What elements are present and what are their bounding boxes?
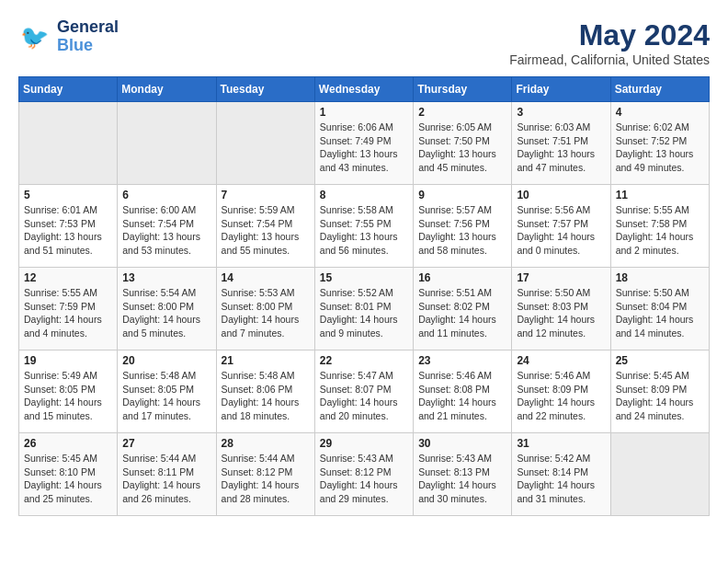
day-info: Sunrise: 5:44 AM Sunset: 8:12 PM Dayligh… xyxy=(222,452,310,506)
calendar-cell: 17Sunrise: 5:50 AM Sunset: 8:03 PM Dayli… xyxy=(512,268,610,350)
day-info: Sunrise: 5:59 AM Sunset: 7:54 PM Dayligh… xyxy=(222,203,310,258)
day-number: 19 xyxy=(24,354,112,367)
day-number: 12 xyxy=(24,271,112,284)
calendar-cell: 26Sunrise: 5:45 AM Sunset: 8:10 PM Dayli… xyxy=(19,433,118,516)
calendar-cell: 31Sunrise: 5:42 AM Sunset: 8:14 PM Dayli… xyxy=(512,433,610,516)
calendar-cell: 7Sunrise: 5:59 AM Sunset: 7:54 PM Daylig… xyxy=(216,185,314,268)
svg-text:🐦: 🐦 xyxy=(20,23,50,52)
day-number: 6 xyxy=(122,189,210,201)
day-info: Sunrise: 5:50 AM Sunset: 8:04 PM Dayligh… xyxy=(616,286,704,340)
day-number: 26 xyxy=(24,437,112,450)
day-number: 3 xyxy=(517,106,605,119)
day-info: Sunrise: 5:53 AM Sunset: 8:00 PM Dayligh… xyxy=(222,286,310,340)
day-number: 11 xyxy=(616,189,704,201)
header-tuesday: Tuesday xyxy=(216,77,314,102)
calendar-cell: 14Sunrise: 5:53 AM Sunset: 8:00 PM Dayli… xyxy=(216,268,314,350)
calendar-cell: 18Sunrise: 5:50 AM Sunset: 8:04 PM Dayli… xyxy=(610,268,709,350)
day-info: Sunrise: 5:58 AM Sunset: 7:55 PM Dayligh… xyxy=(320,203,408,258)
day-info: Sunrise: 6:02 AM Sunset: 7:52 PM Dayligh… xyxy=(616,121,704,175)
week-row-3: 12Sunrise: 5:55 AM Sunset: 7:59 PM Dayli… xyxy=(19,268,710,350)
calendar-cell: 29Sunrise: 5:43 AM Sunset: 8:12 PM Dayli… xyxy=(314,433,413,516)
day-info: Sunrise: 6:05 AM Sunset: 7:50 PM Dayligh… xyxy=(418,121,506,175)
calendar-cell: 10Sunrise: 5:56 AM Sunset: 7:57 PM Dayli… xyxy=(512,185,610,268)
calendar-cell: 1Sunrise: 6:06 AM Sunset: 7:49 PM Daylig… xyxy=(314,102,413,185)
day-info: Sunrise: 5:57 AM Sunset: 7:56 PM Dayligh… xyxy=(418,203,506,258)
logo-icon: 🐦 xyxy=(18,20,51,53)
day-info: Sunrise: 5:46 AM Sunset: 8:08 PM Dayligh… xyxy=(418,369,506,423)
header-thursday: Thursday xyxy=(414,77,512,102)
week-row-2: 5Sunrise: 6:01 AM Sunset: 7:53 PM Daylig… xyxy=(19,185,710,268)
calendar-cell xyxy=(216,102,314,185)
page-header: 🐦 General Blue May 2024 Fairmead, Califo… xyxy=(18,18,710,67)
day-number: 9 xyxy=(418,189,506,201)
day-info: Sunrise: 5:48 AM Sunset: 8:06 PM Dayligh… xyxy=(222,369,310,423)
header-sunday: Sunday xyxy=(19,77,118,102)
week-row-1: 1Sunrise: 6:06 AM Sunset: 7:49 PM Daylig… xyxy=(19,102,710,185)
day-number: 25 xyxy=(616,354,704,367)
calendar-header-row: Sunday Monday Tuesday Wednesday Thursday… xyxy=(19,77,710,102)
day-info: Sunrise: 5:55 AM Sunset: 7:58 PM Dayligh… xyxy=(616,203,704,258)
calendar-cell: 9Sunrise: 5:57 AM Sunset: 7:56 PM Daylig… xyxy=(414,185,512,268)
day-number: 21 xyxy=(222,354,310,367)
calendar-cell: 11Sunrise: 5:55 AM Sunset: 7:58 PM Dayli… xyxy=(610,185,709,268)
day-info: Sunrise: 6:03 AM Sunset: 7:51 PM Dayligh… xyxy=(517,121,605,175)
day-info: Sunrise: 5:49 AM Sunset: 8:05 PM Dayligh… xyxy=(24,369,112,423)
day-number: 13 xyxy=(122,271,210,284)
calendar-cell: 27Sunrise: 5:44 AM Sunset: 8:11 PM Dayli… xyxy=(118,433,216,516)
day-number: 17 xyxy=(517,271,605,284)
day-info: Sunrise: 5:47 AM Sunset: 8:07 PM Dayligh… xyxy=(320,369,408,423)
day-info: Sunrise: 5:54 AM Sunset: 8:00 PM Dayligh… xyxy=(122,286,210,340)
calendar-cell: 5Sunrise: 6:01 AM Sunset: 7:53 PM Daylig… xyxy=(19,185,118,268)
day-number: 29 xyxy=(320,437,408,450)
day-info: Sunrise: 5:43 AM Sunset: 8:13 PM Dayligh… xyxy=(418,452,506,506)
calendar-cell: 4Sunrise: 6:02 AM Sunset: 7:52 PM Daylig… xyxy=(610,102,709,185)
title-block: May 2024 Fairmead, California, United St… xyxy=(509,18,710,67)
day-number: 8 xyxy=(320,189,408,201)
calendar-cell: 19Sunrise: 5:49 AM Sunset: 8:05 PM Dayli… xyxy=(19,350,118,433)
calendar-cell: 2Sunrise: 6:05 AM Sunset: 7:50 PM Daylig… xyxy=(414,102,512,185)
day-number: 31 xyxy=(517,437,605,450)
day-info: Sunrise: 5:45 AM Sunset: 8:09 PM Dayligh… xyxy=(616,369,704,423)
calendar-cell xyxy=(610,433,709,516)
day-number: 4 xyxy=(616,106,704,119)
header-saturday: Saturday xyxy=(610,77,709,102)
month-year-title: May 2024 xyxy=(509,18,710,52)
day-info: Sunrise: 5:44 AM Sunset: 8:11 PM Dayligh… xyxy=(122,452,210,506)
week-row-4: 19Sunrise: 5:49 AM Sunset: 8:05 PM Dayli… xyxy=(19,350,710,433)
header-wednesday: Wednesday xyxy=(314,77,413,102)
day-number: 18 xyxy=(616,271,704,284)
day-number: 7 xyxy=(222,189,310,201)
calendar-cell: 6Sunrise: 6:00 AM Sunset: 7:54 PM Daylig… xyxy=(118,185,216,268)
day-number: 27 xyxy=(122,437,210,450)
day-number: 14 xyxy=(222,271,310,284)
day-number: 2 xyxy=(418,106,506,119)
calendar-cell: 25Sunrise: 5:45 AM Sunset: 8:09 PM Dayli… xyxy=(610,350,709,433)
day-info: Sunrise: 5:45 AM Sunset: 8:10 PM Dayligh… xyxy=(24,452,112,506)
calendar-cell: 24Sunrise: 5:46 AM Sunset: 8:09 PM Dayli… xyxy=(512,350,610,433)
header-friday: Friday xyxy=(512,77,610,102)
day-info: Sunrise: 5:51 AM Sunset: 8:02 PM Dayligh… xyxy=(418,286,506,340)
day-info: Sunrise: 5:55 AM Sunset: 7:59 PM Dayligh… xyxy=(24,286,112,340)
day-number: 15 xyxy=(320,271,408,284)
calendar-cell: 16Sunrise: 5:51 AM Sunset: 8:02 PM Dayli… xyxy=(414,268,512,350)
day-number: 10 xyxy=(517,189,605,201)
calendar-cell: 13Sunrise: 5:54 AM Sunset: 8:00 PM Dayli… xyxy=(118,268,216,350)
week-row-5: 26Sunrise: 5:45 AM Sunset: 8:10 PM Dayli… xyxy=(19,433,710,516)
day-number: 1 xyxy=(320,106,408,119)
logo: 🐦 General Blue xyxy=(18,18,119,55)
calendar-table: Sunday Monday Tuesday Wednesday Thursday… xyxy=(18,76,710,516)
calendar-cell: 21Sunrise: 5:48 AM Sunset: 8:06 PM Dayli… xyxy=(216,350,314,433)
calendar-cell: 22Sunrise: 5:47 AM Sunset: 8:07 PM Dayli… xyxy=(314,350,413,433)
calendar-cell: 23Sunrise: 5:46 AM Sunset: 8:08 PM Dayli… xyxy=(414,350,512,433)
day-number: 28 xyxy=(222,437,310,450)
calendar-cell: 8Sunrise: 5:58 AM Sunset: 7:55 PM Daylig… xyxy=(314,185,413,268)
header-monday: Monday xyxy=(118,77,216,102)
day-number: 24 xyxy=(517,354,605,367)
day-info: Sunrise: 6:06 AM Sunset: 7:49 PM Dayligh… xyxy=(320,121,408,175)
day-info: Sunrise: 5:56 AM Sunset: 7:57 PM Dayligh… xyxy=(517,203,605,258)
logo-text: General Blue xyxy=(57,18,119,55)
day-info: Sunrise: 5:43 AM Sunset: 8:12 PM Dayligh… xyxy=(320,452,408,506)
day-number: 30 xyxy=(418,437,506,450)
day-number: 23 xyxy=(418,354,506,367)
day-number: 16 xyxy=(418,271,506,284)
